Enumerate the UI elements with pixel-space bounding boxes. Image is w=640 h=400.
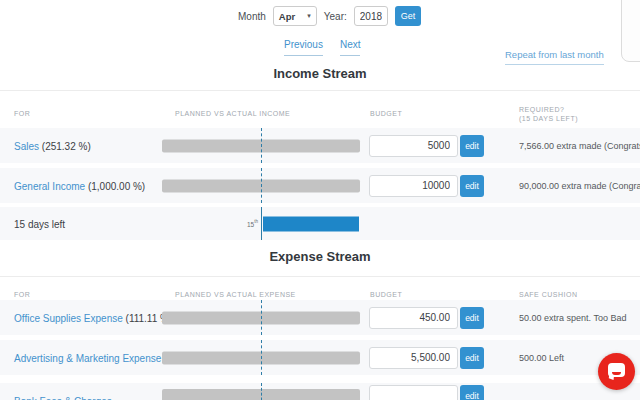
- previous-link[interactable]: Previous: [284, 39, 323, 56]
- row-name: Office Supplies Expense (111.11 %): [14, 312, 172, 323]
- budget-input[interactable]: [369, 347, 458, 369]
- budget-input[interactable]: [369, 307, 458, 329]
- days-remaining-bar: [263, 216, 359, 231]
- row-note: 90,000.00 extra made (Congrats!): [519, 181, 640, 191]
- general-income-link[interactable]: General Income: [14, 180, 85, 191]
- expense-row-office-supplies: Office Supplies Expense (111.11 %) edit …: [0, 300, 640, 335]
- col-header-for: FOR: [14, 110, 30, 119]
- row-note: 50.00 extra spent. Too Bad: [519, 313, 626, 323]
- mid-month-marker-line: [261, 340, 262, 375]
- edit-button[interactable]: edit: [460, 385, 484, 400]
- advertising-link[interactable]: Advertising & Marketing Expense: [14, 352, 161, 363]
- row-name: Bank Fees & Charges: [14, 396, 112, 400]
- budget-input[interactable]: [369, 385, 458, 400]
- chevron-down-icon: ▾: [307, 12, 311, 20]
- budget-input[interactable]: [369, 175, 458, 197]
- row-note: 7,566.00 extra made (Congrats!): [519, 141, 640, 151]
- days-left-row: 15 days left 15th: [0, 207, 640, 240]
- row-note: 500.00 Left: [519, 353, 564, 363]
- get-button[interactable]: Get: [395, 6, 422, 26]
- day-marker-label: 15th: [236, 219, 258, 227]
- col-header-required: REQUIRED?(15 DAYS LEFT): [519, 106, 578, 123]
- edit-button[interactable]: edit: [460, 307, 484, 329]
- mid-month-marker-line: [261, 128, 262, 163]
- expense-row-bank-fees: Bank Fees & Charges edit: [0, 383, 640, 400]
- month-nav: Previous Next: [284, 39, 360, 56]
- next-link[interactable]: Next: [340, 39, 361, 56]
- sales-link[interactable]: Sales: [14, 140, 39, 151]
- office-supplies-link[interactable]: Office Supplies Expense: [14, 312, 123, 323]
- expense-stream-title: Expense Stream: [0, 249, 640, 264]
- repeat-last-month-link[interactable]: Repeat from last month: [505, 49, 604, 65]
- mid-month-marker-line: [261, 383, 262, 400]
- col-header-safe-cushion: SAFE CUSHION: [519, 291, 578, 300]
- row-percent: (251.32 %): [42, 140, 91, 151]
- edit-button[interactable]: edit: [460, 135, 484, 157]
- month-label: Month: [238, 11, 266, 22]
- col-header-budget: BUDGET: [370, 110, 402, 119]
- year-input[interactable]: [354, 6, 388, 26]
- edit-button[interactable]: edit: [460, 347, 484, 369]
- year-label: Year:: [324, 11, 347, 22]
- income-row-general-income: General Income (1,000.00 %) edit 90,000.…: [0, 168, 640, 203]
- row-percent: (1,000.00 %): [88, 180, 145, 191]
- month-select-value: Apr: [279, 11, 295, 22]
- chat-launcher-button[interactable]: [598, 353, 635, 390]
- cutoff-panel: [621, 0, 640, 62]
- chat-bubble-icon: [608, 363, 625, 377]
- mid-month-marker-line: [261, 300, 262, 335]
- row-name: Sales (251.32 %): [14, 140, 91, 151]
- days-left-label: 15 days left: [14, 218, 65, 229]
- mid-month-marker-line: [261, 207, 262, 240]
- month-select[interactable]: Apr ▾: [273, 6, 317, 26]
- chat-smile-icon: [612, 372, 621, 375]
- edit-button[interactable]: edit: [460, 175, 484, 197]
- expense-row-advertising: Advertising & Marketing Expense (90.91 %…: [0, 340, 640, 375]
- row-name: General Income (1,000.00 %): [14, 180, 145, 191]
- col-header-for: FOR: [14, 291, 30, 300]
- col-header-planned-income: PLANNED VS ACTUAL INCOME: [175, 110, 290, 119]
- income-table-header: FOR PLANNED VS ACTUAL INCOME BUDGET REQU…: [0, 90, 640, 128]
- budget-app-page: Month Apr ▾ Year: Get Previous Next Repe…: [0, 0, 640, 400]
- budget-input[interactable]: [369, 135, 458, 157]
- mid-month-marker-line: [261, 168, 262, 203]
- income-row-sales: Sales (251.32 %) edit 7,566.00 extra mad…: [0, 128, 640, 163]
- col-header-budget: BUDGET: [370, 291, 402, 300]
- col-header-planned-expense: PLANNED VS ACTUAL EXPENSE: [175, 291, 296, 300]
- income-stream-title: Income Stream: [0, 66, 640, 81]
- period-controls: Month Apr ▾ Year: Get: [238, 6, 421, 26]
- bank-fees-link[interactable]: Bank Fees & Charges: [14, 396, 112, 400]
